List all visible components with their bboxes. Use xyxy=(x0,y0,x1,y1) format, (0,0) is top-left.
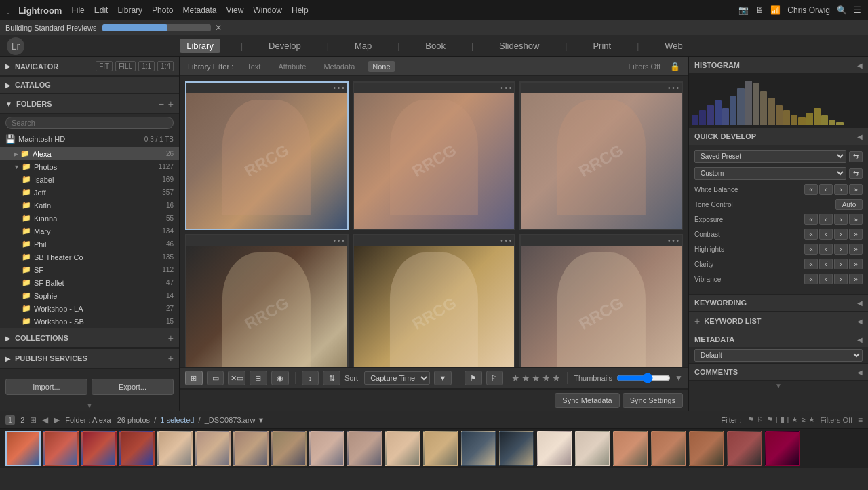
keyword-list-header[interactable]: + Keyword List ◀ xyxy=(689,312,868,331)
photo-cell-3[interactable]: • • • RRCG xyxy=(519,81,683,230)
qd-wb-dec-dec[interactable]: « xyxy=(804,184,818,195)
keywording-header[interactable]: Keywording ◀ xyxy=(689,295,868,311)
keywording-collapse-arrow[interactable]: ◀ xyxy=(857,299,863,307)
view-faces-button[interactable]: ◉ xyxy=(271,371,289,385)
publish-services-header[interactable]: ▶ Publish Services + xyxy=(0,349,179,369)
filmstrip-thumb-3[interactable] xyxy=(81,431,117,466)
import-button[interactable]: Import... xyxy=(5,379,87,395)
menu-file[interactable]: File xyxy=(71,5,84,15)
folders-plus[interactable]: + xyxy=(168,98,174,109)
folder-item-photos[interactable]: ▼ 📁 Photos 1127 xyxy=(0,160,179,173)
qd-cla-inc-inc[interactable]: » xyxy=(849,259,863,269)
qd-con-inc[interactable]: › xyxy=(834,229,848,240)
qd-hl-inc[interactable]: › xyxy=(834,244,848,255)
view-survey-button[interactable]: ⊟ xyxy=(250,371,267,385)
filmstrip-thumb-13[interactable] xyxy=(461,431,496,466)
qd-hl-inc-inc[interactable]: » xyxy=(849,244,863,255)
view-grid-button[interactable]: ⊞ xyxy=(185,371,203,385)
nav-1to1[interactable]: 1:1 xyxy=(138,61,155,71)
sort-order-button[interactable]: ⇅ xyxy=(323,371,340,385)
export-button[interactable]: Export... xyxy=(92,379,174,395)
folders-minus[interactable]: − xyxy=(159,98,164,109)
right-panel-scroll-down[interactable]: ▼ xyxy=(689,381,868,391)
folder-item-phil[interactable]: 📁 Phil 46 xyxy=(0,238,179,250)
histogram-collapse-arrow[interactable]: ◀ xyxy=(857,62,863,69)
folder-item-mary[interactable]: 📁 Mary 134 xyxy=(0,225,179,238)
qd-hl-dec-dec[interactable]: « xyxy=(804,244,818,255)
left-panel-scroll-down[interactable]: ▼ xyxy=(0,400,179,411)
qd-exp-inc[interactable]: › xyxy=(834,214,848,225)
search-icon[interactable]: 🔍 xyxy=(837,5,847,15)
navigator-header[interactable]: ▶ Navigator FIT FILL 1:1 1:4 xyxy=(0,57,179,76)
collections-plus[interactable]: + xyxy=(168,333,174,343)
metadata-header[interactable]: Metadata ◀ xyxy=(689,331,868,347)
qd-vib-inc[interactable]: › xyxy=(834,274,848,284)
photo-5-menu[interactable]: • • • xyxy=(500,237,511,244)
qd-exp-inc-inc[interactable]: » xyxy=(849,214,863,225)
filmstrip-filter-flag[interactable]: ⚑ xyxy=(747,415,754,424)
nav-tab-book[interactable]: Book xyxy=(420,38,451,54)
filmstrip-thumb-2[interactable] xyxy=(43,431,79,466)
quick-develop-header[interactable]: Quick Develop ◀ xyxy=(689,128,868,145)
filmstrip-thumb-15[interactable] xyxy=(537,431,572,466)
filmstrip-thumb-20[interactable] xyxy=(727,431,762,466)
filmstrip-thumb-1[interactable] xyxy=(5,431,41,466)
filmstrip-filter-flag3[interactable]: ⚑ xyxy=(766,415,773,424)
photo-cell-5[interactable]: • • • RRCG xyxy=(353,234,516,367)
qd-cla-inc[interactable]: › xyxy=(834,259,848,269)
filmstrip-thumb-10[interactable] xyxy=(347,431,382,466)
photo-4-menu[interactable]: • • • xyxy=(334,237,344,244)
qd-con-inc-inc[interactable]: » xyxy=(849,229,863,240)
photo-6-menu[interactable]: • • • xyxy=(668,237,679,244)
star-3[interactable]: ★ xyxy=(532,373,540,383)
filmstrip-nav-prev[interactable]: ◀ xyxy=(42,415,48,425)
filmstrip-filter-flag2[interactable]: ⚐ xyxy=(757,415,764,424)
spray-tool[interactable]: ↕ xyxy=(302,371,319,385)
filmstrip-thumb-11[interactable] xyxy=(385,431,420,466)
nav-tab-print[interactable]: Print xyxy=(587,38,616,54)
nav-tab-library[interactable]: Library xyxy=(180,39,220,53)
progress-close-button[interactable]: ✕ xyxy=(215,23,222,33)
filmstrip-nav-grid[interactable]: ⊞ xyxy=(30,415,37,425)
metadata-preset-select[interactable]: Default EXIF IPTC All xyxy=(694,349,863,362)
nav-1to4[interactable]: 1:4 xyxy=(157,61,174,71)
nav-tab-slideshow[interactable]: Slideshow xyxy=(494,38,545,54)
view-compare-button[interactable]: ✕▭ xyxy=(228,371,245,385)
qd-wb-inc[interactable]: › xyxy=(834,184,848,195)
folder-item-workshop-sb[interactable]: 📁 Workshop - SB 15 xyxy=(0,315,179,328)
thumbnail-size-slider[interactable] xyxy=(616,373,671,383)
folder-item-alexa[interactable]: ▶ 📁 Alexa 26 xyxy=(0,147,179,160)
menu-photo[interactable]: Photo xyxy=(152,5,173,15)
nav-tab-map[interactable]: Map xyxy=(349,38,377,54)
sync-metadata-button[interactable]: Sync Metadata xyxy=(555,393,619,408)
filmstrip-thumb-8[interactable] xyxy=(271,431,307,466)
publish-services-plus[interactable]: + xyxy=(168,353,174,364)
folder-item-isabel[interactable]: 📁 Isabel 169 xyxy=(0,173,179,186)
photo-cell-4[interactable]: • • • RRCG xyxy=(185,234,349,367)
folder-item-kianna[interactable]: 📁 Kianna 55 xyxy=(0,212,179,225)
folder-item-katin[interactable]: 📁 Katin 16 xyxy=(0,199,179,212)
filmstrip-nav-next[interactable]: ▶ xyxy=(54,415,60,425)
quick-develop-collapse-arrow[interactable]: ◀ xyxy=(857,133,863,140)
filmstrip-thumb-9[interactable] xyxy=(309,431,344,466)
catalog-header[interactable]: ▶ Catalog xyxy=(0,77,179,94)
filter-lock-icon[interactable]: 🔒 xyxy=(670,62,680,71)
filmstrip-thumb-18[interactable] xyxy=(651,431,686,466)
qd-vib-inc-inc[interactable]: » xyxy=(849,274,863,284)
photo-cell-2[interactable]: • • • RRCG xyxy=(353,81,516,230)
filmstrip-page-2[interactable]: 2 xyxy=(20,416,24,424)
menu-edit[interactable]: Edit xyxy=(94,5,108,15)
thumbnail-dropdown[interactable]: ▼ xyxy=(675,373,683,383)
list-icon[interactable]: ☰ xyxy=(854,5,861,15)
keyword-list-collapse-arrow[interactable]: ◀ xyxy=(857,318,863,325)
nav-tab-web[interactable]: Web xyxy=(659,38,688,54)
filmstrip-thumb-5[interactable] xyxy=(157,431,193,466)
flag-picked[interactable]: ⚑ xyxy=(465,371,482,385)
qd-custom-select[interactable]: Custom xyxy=(694,167,846,180)
sync-settings-button[interactable]: Sync Settings xyxy=(623,393,683,408)
filmstrip-filter-color[interactable]: ▮ xyxy=(781,415,785,424)
menu-help[interactable]: Help xyxy=(292,5,309,15)
menu-library[interactable]: Library xyxy=(117,5,142,15)
qd-cla-dec-dec[interactable]: « xyxy=(804,259,818,269)
folder-item-sb-theater[interactable]: 📁 SB Theater Co 135 xyxy=(0,250,179,263)
